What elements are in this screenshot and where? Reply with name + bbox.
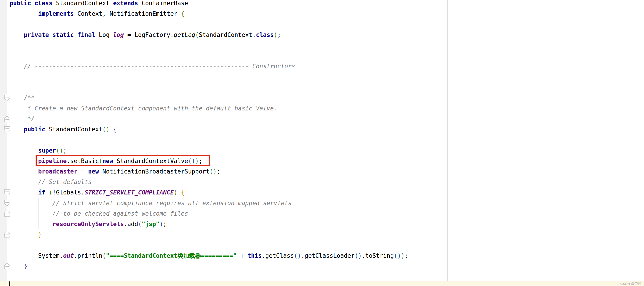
code-token: public class <box>10 0 56 6</box>
code-token: ( <box>195 31 199 38</box>
highlight-box <box>36 155 210 166</box>
code-token <box>10 31 24 38</box>
code-token <box>10 105 27 112</box>
code-token: System. <box>38 252 63 259</box>
code-line[interactable] <box>10 40 408 51</box>
minus-icon <box>6 97 9 98</box>
code-token: broadcaster <box>38 168 77 175</box>
code-token: // -------------------------------------… <box>24 63 295 70</box>
code-token <box>10 263 24 270</box>
code-line[interactable]: implements Context, NotificationEmitter … <box>10 8 408 19</box>
code-line[interactable] <box>10 71 408 82</box>
code-editor[interactable]: public class StandardContext extends Con… <box>10 0 408 272</box>
code-line[interactable]: } <box>10 229 408 240</box>
code-token: /** <box>24 95 35 101</box>
code-line[interactable]: System.out.println("====StandardContext类… <box>10 251 408 261</box>
fold-marker-fill <box>4 127 10 132</box>
fold-start-marker[interactable] <box>4 95 10 101</box>
code-token: = <box>77 168 88 175</box>
code-line[interactable] <box>10 240 408 250</box>
fold-end-marker[interactable] <box>4 116 10 122</box>
code-token: out <box>63 252 74 259</box>
code-token <box>10 10 38 17</box>
code-token: ( <box>138 221 142 228</box>
code-token: } <box>24 263 28 270</box>
code-token: ) <box>160 221 163 228</box>
code-token: new <box>88 168 102 175</box>
code-token: STRICT_SERVLET_COMPLIANCE <box>84 189 174 196</box>
minus-icon <box>6 202 9 203</box>
fold-start-marker[interactable] <box>4 126 10 133</box>
code-line[interactable]: if (!Globals.STRICT_SERVLET_COMPLIANCE) … <box>10 187 408 198</box>
ide-editor-window: public class StandardContext extends Con… <box>0 0 644 286</box>
code-line[interactable]: // -------------------------------------… <box>10 61 408 71</box>
fold-end-marker[interactable] <box>4 231 10 238</box>
code-line[interactable] <box>10 51 408 61</box>
code-token: private static final <box>24 31 99 38</box>
code-token: { <box>181 10 184 17</box>
code-line[interactable]: private static final Log log = LogFactor… <box>10 30 408 40</box>
code-token: = LogFactory. <box>124 31 174 38</box>
minus-icon <box>6 235 9 235</box>
code-token: ) <box>274 31 277 38</box>
code-line[interactable]: */ <box>10 114 408 124</box>
code-token: // to be checked against welcome files <box>52 210 188 217</box>
code-token <box>10 200 52 207</box>
code-line[interactable]: // Strict servlet compliance requires al… <box>10 198 408 208</box>
code-token: extends <box>113 0 142 6</box>
code-token: ( <box>49 189 52 196</box>
fold-end-marker[interactable] <box>4 263 10 269</box>
code-token <box>10 95 24 101</box>
code-line[interactable] <box>10 19 408 29</box>
code-token: () <box>294 252 301 259</box>
code-token: StandardContext <box>56 0 113 6</box>
code-token: ; <box>217 168 220 175</box>
code-token <box>110 126 113 133</box>
fold-start-marker[interactable] <box>4 200 10 206</box>
code-token: ContainerBase <box>142 0 188 6</box>
code-line[interactable]: * Create a new StandardContext component… <box>10 103 408 114</box>
code-token: this <box>248 252 262 259</box>
fold-marker-fill <box>4 190 10 195</box>
code-token: ) <box>174 189 178 196</box>
code-token: .getClassLoader <box>301 252 354 259</box>
code-line[interactable]: broadcaster = new NotificationBroadcaste… <box>10 166 408 177</box>
code-token: + <box>237 252 248 259</box>
fold-start-marker[interactable] <box>4 189 10 196</box>
code-line[interactable]: resourceOnlyServlets.add("jsp"); <box>10 219 408 229</box>
code-token: !Globals. <box>52 189 84 196</box>
code-line[interactable]: // to be checked against welcome files <box>10 208 408 219</box>
code-token: .add <box>124 221 138 228</box>
code-token: } <box>38 231 42 238</box>
code-line[interactable]: public class StandardContext extends Con… <box>10 0 408 8</box>
code-token: () <box>56 147 63 154</box>
code-token: "jsp" <box>142 221 160 228</box>
code-line[interactable] <box>10 135 408 145</box>
code-token: () <box>394 252 401 259</box>
code-line[interactable] <box>10 82 408 93</box>
code-token: ; <box>63 147 67 154</box>
code-token: getLog <box>174 31 195 38</box>
text-caret <box>9 282 10 286</box>
code-token: () <box>210 168 217 175</box>
code-line[interactable]: } <box>10 261 408 272</box>
code-line[interactable]: // Set defaults <box>10 177 408 187</box>
minus-icon <box>6 119 9 120</box>
code-token: ) <box>401 252 404 259</box>
code-token: super <box>38 147 56 154</box>
code-token: "====StandardContext类加载器=========" <box>106 252 237 259</box>
fold-end-marker[interactable] <box>4 210 10 217</box>
code-token: ; <box>163 221 167 228</box>
code-line[interactable]: public StandardContext() { <box>10 124 408 135</box>
code-token: .getClass <box>262 252 294 259</box>
code-token <box>10 63 24 70</box>
code-line[interactable]: /** <box>10 93 408 103</box>
code-token: if <box>38 189 49 196</box>
code-line[interactable]: super(); <box>10 145 408 156</box>
code-token: // Set defaults <box>38 178 92 185</box>
code-token <box>10 116 27 122</box>
code-token: ( <box>102 252 106 259</box>
code-token <box>10 126 24 133</box>
code-token: implements <box>38 10 77 17</box>
code-token: ; <box>277 31 281 38</box>
